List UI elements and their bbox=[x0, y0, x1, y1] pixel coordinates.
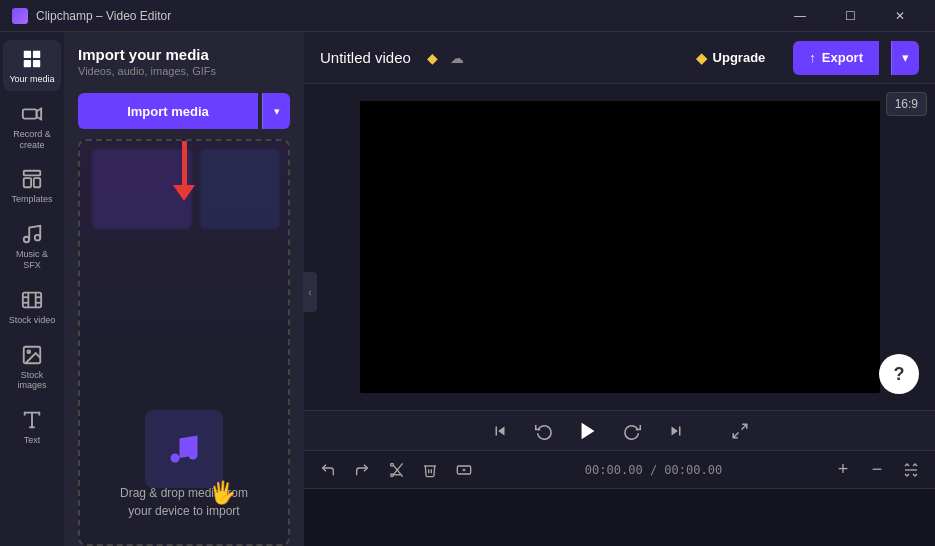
skip-to-start-button[interactable] bbox=[486, 417, 514, 445]
skip-to-end-button[interactable] bbox=[662, 417, 690, 445]
export-button[interactable]: ↑ Export bbox=[793, 41, 879, 75]
fit-timeline-button[interactable] bbox=[897, 456, 925, 484]
maximize-button[interactable]: ☐ bbox=[827, 0, 873, 32]
export-up-icon: ↑ bbox=[809, 50, 816, 65]
titlebar: Clipchamp – Video Editor — ☐ ✕ bbox=[0, 0, 935, 32]
help-button[interactable]: ? bbox=[879, 354, 919, 394]
delete-icon bbox=[422, 462, 438, 478]
svg-point-27 bbox=[391, 474, 394, 477]
play-icon bbox=[577, 420, 599, 442]
rewind-icon bbox=[535, 422, 553, 440]
fullscreen-button[interactable] bbox=[726, 417, 754, 445]
svg-rect-4 bbox=[23, 109, 37, 118]
svg-rect-6 bbox=[24, 171, 41, 176]
upgrade-label: Upgrade bbox=[713, 50, 766, 65]
stock-images-icon bbox=[21, 344, 43, 366]
media-panel-title: Import your media bbox=[78, 46, 290, 63]
media-note-thumbnail bbox=[145, 410, 223, 488]
svg-rect-11 bbox=[23, 292, 41, 307]
sidebar-label-text: Text bbox=[24, 435, 41, 446]
svg-point-22 bbox=[171, 454, 180, 463]
app-icon bbox=[12, 8, 28, 24]
svg-marker-5 bbox=[37, 108, 42, 119]
forward-button[interactable] bbox=[618, 417, 646, 445]
app-title: Clipchamp – Video Editor bbox=[36, 9, 769, 23]
your-media-icon bbox=[21, 48, 43, 70]
drop-text-line2: your device to import bbox=[128, 504, 239, 518]
red-arrow bbox=[173, 141, 195, 201]
play-button[interactable] bbox=[574, 417, 602, 445]
zoom-in-button[interactable]: + bbox=[829, 456, 857, 484]
timecode-separator: / bbox=[650, 463, 664, 477]
import-row: Import media ▾ bbox=[64, 83, 304, 139]
svg-rect-7 bbox=[24, 178, 31, 187]
aspect-ratio-badge[interactable]: 16:9 bbox=[886, 92, 927, 116]
svg-rect-0 bbox=[24, 51, 31, 58]
timecode-total: 00:00.00 bbox=[664, 463, 722, 477]
sidebar-item-record-create[interactable]: Record & create bbox=[3, 95, 61, 157]
svg-rect-1 bbox=[33, 51, 40, 58]
sidebar-label-your-media: Your media bbox=[9, 74, 54, 85]
sidebar-item-templates[interactable]: Templates bbox=[3, 160, 61, 211]
timeline-toolbar: 00:00.00 / 00:00.00 + − bbox=[304, 450, 935, 488]
svg-line-30 bbox=[393, 463, 402, 474]
media-thumbnail-2 bbox=[200, 149, 280, 229]
sidebar-item-stock-images[interactable]: Stock images bbox=[3, 336, 61, 398]
svg-line-26 bbox=[733, 432, 738, 437]
premium-icon: ◆ bbox=[427, 50, 438, 66]
zoom-out-button[interactable]: − bbox=[863, 456, 891, 484]
timecode-display: 00:00.00 / 00:00.00 bbox=[585, 463, 722, 477]
diamond-icon: ◆ bbox=[696, 50, 707, 66]
export-label: Export bbox=[822, 50, 863, 65]
close-button[interactable]: ✕ bbox=[877, 0, 923, 32]
upgrade-button[interactable]: ◆ Upgrade bbox=[680, 41, 782, 75]
media-panel-subtitle: Videos, audio, images, GIFs bbox=[78, 65, 290, 77]
sidebar-item-stock-video[interactable]: Stock video bbox=[3, 281, 61, 332]
sidebar-item-music-sfx[interactable]: Music & SFX bbox=[3, 215, 61, 277]
fullscreen-icon bbox=[731, 422, 749, 440]
svg-line-25 bbox=[741, 424, 746, 429]
topbar: Untitled video ◆ ☁ ◆ Upgrade ↑ Export ▾ bbox=[304, 32, 935, 84]
templates-icon bbox=[21, 168, 43, 190]
fit-icon bbox=[903, 462, 919, 478]
rewind-button[interactable] bbox=[530, 417, 558, 445]
arrow-shaft bbox=[182, 141, 187, 185]
record-create-icon bbox=[21, 103, 43, 125]
svg-point-10 bbox=[35, 235, 41, 241]
redo-button[interactable] bbox=[348, 456, 376, 484]
undo-icon bbox=[320, 462, 336, 478]
undo-button[interactable] bbox=[314, 456, 342, 484]
svg-rect-2 bbox=[24, 60, 31, 67]
music-note-icon bbox=[166, 431, 202, 467]
sidebar-item-your-media[interactable]: Your media bbox=[3, 40, 61, 91]
playback-controls bbox=[304, 410, 935, 450]
import-dropdown-button[interactable]: ▾ bbox=[262, 93, 290, 129]
forward-icon bbox=[623, 422, 641, 440]
sidebar-label-music: Music & SFX bbox=[7, 249, 57, 271]
preview-area: 16:9 ? bbox=[304, 84, 935, 410]
cut-button[interactable] bbox=[382, 456, 410, 484]
sidebar-label-templates: Templates bbox=[11, 194, 52, 205]
delete-button[interactable] bbox=[416, 456, 444, 484]
text-icon bbox=[21, 409, 43, 431]
project-title: Untitled video bbox=[320, 49, 411, 66]
panel-collapse-handle[interactable]: ‹ bbox=[303, 272, 317, 312]
svg-point-23 bbox=[189, 451, 198, 460]
right-area: Untitled video ◆ ☁ ◆ Upgrade ↑ Export ▾ … bbox=[304, 32, 935, 546]
add-to-timeline-button[interactable] bbox=[450, 456, 478, 484]
svg-point-28 bbox=[391, 463, 394, 466]
sidebar-item-text[interactable]: Text bbox=[3, 401, 61, 452]
redo-icon bbox=[354, 462, 370, 478]
cloud-save-icon: ☁ bbox=[450, 50, 464, 66]
skip-start-icon bbox=[491, 422, 509, 440]
minimize-button[interactable]: — bbox=[777, 0, 823, 32]
drop-zone[interactable]: 🖐 Drag & drop media from your device to … bbox=[78, 139, 290, 546]
cut-icon bbox=[388, 462, 404, 478]
window-controls: — ☐ ✕ bbox=[777, 0, 923, 32]
stock-video-icon bbox=[21, 289, 43, 311]
import-media-button[interactable]: Import media bbox=[78, 93, 258, 129]
export-dropdown-button[interactable]: ▾ bbox=[891, 41, 919, 75]
media-panel-header: Import your media Videos, audio, images,… bbox=[64, 32, 304, 83]
skip-end-icon bbox=[667, 422, 685, 440]
sidebar: Your media Record & create Templates Mus… bbox=[0, 32, 64, 546]
